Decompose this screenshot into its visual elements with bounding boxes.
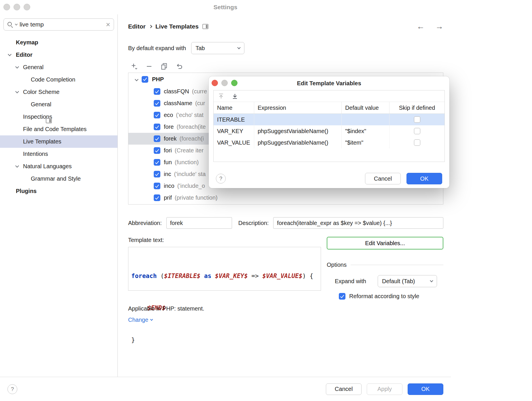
chevron-down-icon[interactable] (15, 164, 19, 168)
back-arrow-icon[interactable]: ← (417, 22, 425, 31)
remove-template-button[interactable] (145, 63, 153, 70)
checkbox-checked-icon[interactable] (154, 124, 160, 130)
sidebar-item-color-scheme[interactable]: Color Scheme (0, 86, 117, 98)
dialog-cancel-button[interactable]: Cancel (365, 173, 401, 184)
variable-name-cell[interactable]: VAR_VALUE (214, 137, 254, 148)
sidebar-item-plugins[interactable]: Plugins (0, 185, 117, 197)
move-up-button[interactable] (218, 93, 225, 100)
close-dialog-button[interactable] (212, 80, 218, 86)
checkbox-checked-icon[interactable] (154, 183, 160, 189)
help-button[interactable]: ? (7, 384, 17, 394)
zoom-dialog-button[interactable] (231, 80, 238, 86)
template-description: (curre (192, 88, 207, 95)
checkbox-checked-icon[interactable] (154, 88, 160, 95)
minimize-window-button[interactable] (14, 4, 20, 10)
chevron-down-icon[interactable] (15, 90, 19, 93)
edit-variables-button[interactable]: Edit Variables... (327, 237, 443, 249)
move-down-button[interactable] (231, 93, 238, 100)
variable-expression-cell[interactable]: phpSuggestVariableName() (254, 125, 342, 137)
template-row-prif[interactable]: prif (private function) (128, 192, 443, 204)
settings-window: Settings × Keymap Editor General (0, 0, 451, 401)
sidebar-item-file-and-code-templates[interactable]: File and Code Templates (0, 123, 117, 135)
clear-search-icon[interactable]: × (106, 21, 110, 28)
checkbox-checked-icon[interactable] (154, 147, 160, 154)
chevron-down-icon[interactable] (8, 52, 12, 56)
search-history-chevron-icon[interactable] (15, 22, 18, 25)
sidebar-item-general-editor[interactable]: General (0, 61, 117, 73)
zoom-window-button[interactable] (24, 4, 30, 10)
checkbox-checked-icon[interactable] (154, 112, 160, 118)
description-input[interactable] (273, 217, 443, 229)
sidebar-item-live-templates[interactable]: Live Templates (0, 135, 117, 148)
default-expand-with-select[interactable]: Tab (191, 42, 244, 54)
apply-button[interactable]: Apply (367, 383, 402, 395)
template-description: (cur (195, 100, 205, 107)
sidebar-item-intentions[interactable]: Intentions (0, 148, 117, 160)
sidebar-item-code-completion[interactable]: Code Completion (0, 73, 117, 86)
dialog-ok-button[interactable]: OK (406, 173, 442, 184)
settings-search-field[interactable]: × (3, 18, 114, 31)
add-template-button[interactable] (130, 63, 138, 70)
checkbox-checked-icon[interactable] (154, 194, 160, 201)
checkbox-checked-icon[interactable] (154, 159, 160, 166)
column-header-default-value[interactable]: Default value (342, 102, 390, 114)
restore-defaults-button[interactable] (175, 63, 183, 70)
column-header-name[interactable]: Name (214, 102, 254, 114)
sidebar-item-grammar-and-style[interactable]: Grammar and Style (0, 173, 117, 185)
template-description: ('echo' stat (176, 112, 203, 118)
column-header-expression[interactable]: Expression (254, 102, 342, 114)
skip-checkbox[interactable] (414, 116, 420, 123)
variable-row-iterable[interactable]: ITERABLE (214, 114, 444, 125)
variable-row-var-key[interactable]: VAR_KEY phpSuggestVariableName() "$index… (214, 125, 444, 137)
sidebar-item-natural-languages[interactable]: Natural Languages (0, 160, 117, 173)
variable-expression-cell[interactable] (254, 114, 342, 125)
dialog-help-button[interactable]: ? (216, 174, 226, 184)
template-description: ('include_o (177, 183, 205, 189)
template-description: (foreach(i (179, 135, 204, 142)
abbreviation-input[interactable] (166, 217, 232, 229)
checkbox-checked-icon[interactable] (154, 171, 160, 177)
minimize-dialog-button[interactable] (221, 80, 228, 86)
expand-with-select[interactable]: Default (Tab) (378, 275, 437, 287)
variable-default-cell[interactable] (342, 114, 390, 125)
checkbox-checked-icon[interactable] (154, 100, 160, 107)
sidebar-item-label: File and Code Templates (23, 126, 87, 133)
close-window-button[interactable] (3, 4, 10, 10)
cancel-button[interactable]: Cancel (326, 383, 362, 395)
ok-button[interactable]: OK (408, 383, 443, 395)
forward-arrow-icon[interactable]: → (435, 22, 443, 31)
sidebar-item-keymap[interactable]: Keymap (0, 36, 117, 49)
skip-checkbox[interactable] (414, 139, 420, 146)
search-icon (7, 22, 13, 27)
duplicate-template-button[interactable] (160, 63, 168, 70)
sidebar-item-editor[interactable]: Editor (0, 49, 117, 61)
variable-expression-cell[interactable]: phpSuggestVariableName() (254, 137, 342, 148)
sidebar-item-label: Intentions (23, 151, 48, 157)
breadcrumb-editor[interactable]: Editor (128, 23, 146, 30)
checkbox-checked-icon[interactable] (154, 135, 160, 142)
template-description: ('include' sta (174, 171, 206, 177)
dialog-title: Edit Template Variables (209, 76, 449, 90)
group-label: PHP (152, 76, 164, 83)
template-description: (private function) (175, 194, 218, 201)
template-text-editor[interactable]: foreach ($ITERABLE$ as $VAR_KEY$ => $VAR… (128, 247, 321, 291)
checkbox-checked-icon[interactable] (142, 76, 148, 83)
dialog-titlebar: Edit Template Variables (209, 76, 449, 90)
chevron-down-icon[interactable] (135, 77, 138, 81)
reformat-checkbox[interactable] (339, 293, 345, 300)
variable-name-cell[interactable]: VAR_KEY (214, 125, 254, 137)
variable-row-var-value[interactable]: VAR_VALUE phpSuggestVariableName() "$ite… (214, 137, 444, 148)
skip-checkbox[interactable] (414, 128, 420, 134)
search-input[interactable] (20, 21, 104, 28)
options-section-title: Options (327, 262, 347, 268)
variable-default-cell[interactable]: "$index" (342, 125, 390, 137)
options-divider (351, 265, 443, 265)
sidebar-item-general-color-scheme[interactable]: General (0, 98, 117, 111)
chevron-down-icon[interactable] (15, 65, 19, 69)
template-description: (Create iter (175, 147, 204, 154)
description-label: Description: (238, 220, 269, 226)
variable-name-cell[interactable]: ITERABLE (214, 114, 254, 125)
sidebar-item-inspections[interactable]: Inspections (0, 111, 117, 123)
variable-default-cell[interactable]: "$item" (342, 137, 390, 148)
column-header-skip-if-defined[interactable]: Skip if defined (390, 102, 444, 114)
